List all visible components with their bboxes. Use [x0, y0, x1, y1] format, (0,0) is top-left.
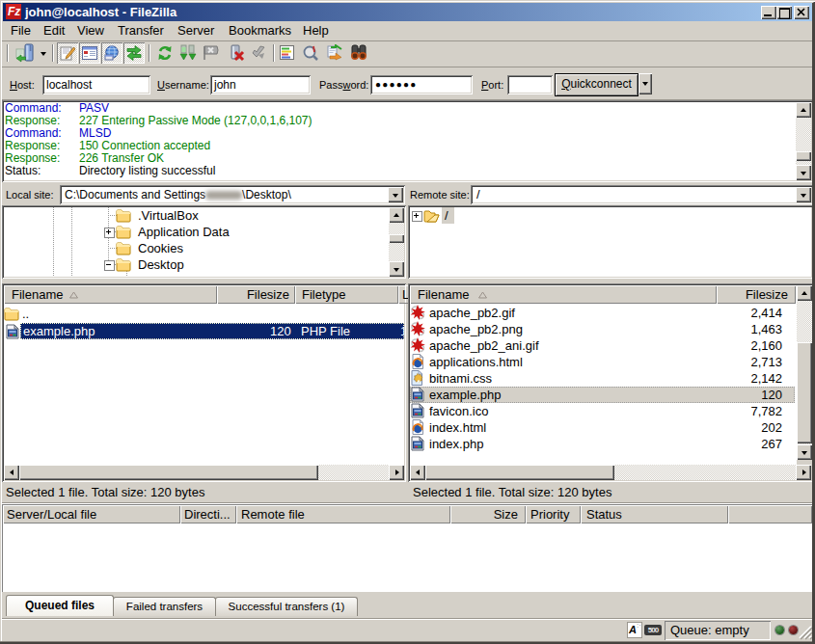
svg-text:Fz: Fz [8, 5, 20, 18]
